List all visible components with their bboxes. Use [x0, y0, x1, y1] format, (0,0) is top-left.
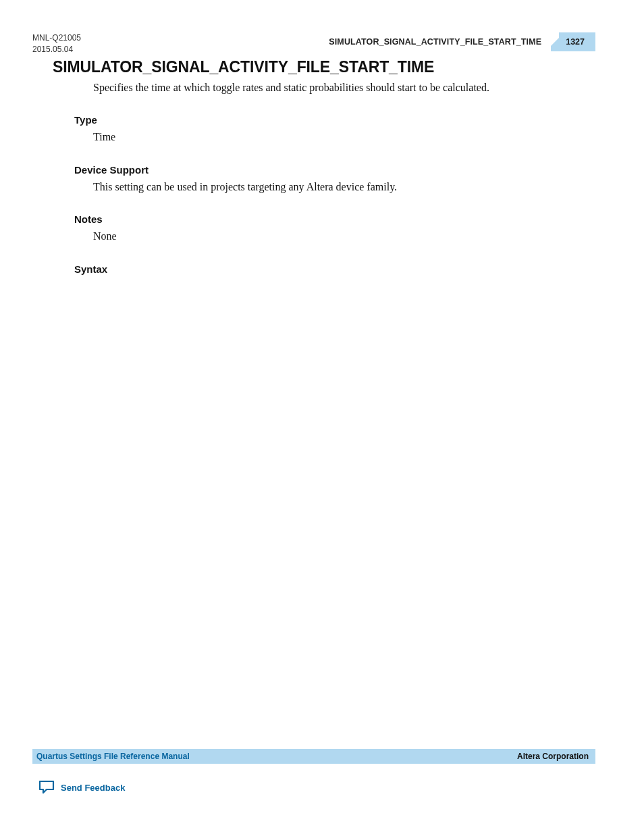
section-heading-syntax: Syntax: [74, 263, 595, 275]
feedback-label[interactable]: Send Feedback: [61, 783, 125, 793]
footer-company: Altera Corporation: [517, 752, 589, 761]
page-title: SIMULATOR_SIGNAL_ACTIVITY_FILE_START_TIM…: [53, 58, 595, 76]
header-right: SIMULATOR_SIGNAL_ACTIVITY_FILE_START_TIM…: [329, 32, 595, 51]
page-number-badge: 1327: [551, 32, 595, 51]
page-header: MNL-Q21005 2015.05.04 SIMULATOR_SIGNAL_A…: [32, 32, 595, 55]
section-body-type: Time: [93, 130, 595, 145]
section-body-notes: None: [93, 229, 595, 244]
section-heading-notes: Notes: [74, 213, 595, 225]
running-title: SIMULATOR_SIGNAL_ACTIVITY_FILE_START_TIM…: [329, 37, 551, 47]
doc-meta: MNL-Q21005 2015.05.04: [32, 32, 81, 55]
doc-id: MNL-Q21005: [32, 32, 81, 44]
doc-date: 2015.05.04: [32, 44, 81, 55]
footer-manual-title[interactable]: Quartus Settings File Reference Manual: [36, 752, 190, 761]
send-feedback[interactable]: Send Feedback: [38, 779, 125, 796]
section-heading-device-support: Device Support: [74, 164, 595, 176]
section-heading-type: Type: [74, 114, 595, 126]
footer-bar: Quartus Settings File Reference Manual A…: [32, 749, 595, 764]
section-body-device-support: This setting can be used in projects tar…: [93, 180, 595, 194]
page-content: SIMULATOR_SIGNAL_ACTIVITY_FILE_START_TIM…: [53, 58, 595, 294]
intro-paragraph: Specifies the time at which toggle rates…: [93, 80, 595, 95]
feedback-icon: [38, 779, 55, 796]
